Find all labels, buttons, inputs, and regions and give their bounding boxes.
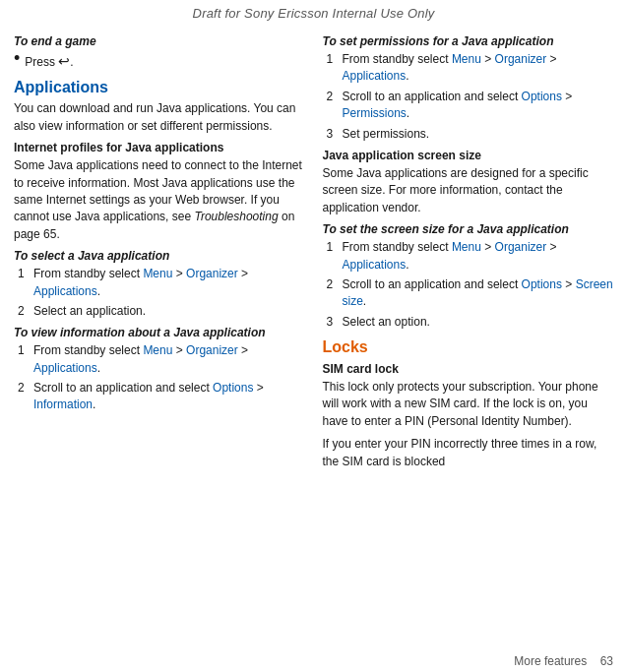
right-column: To set permissions for a Java applicatio… xyxy=(323,25,614,653)
footer: More features 63 xyxy=(0,650,627,672)
set-screen-step-3: 3 Select an option. xyxy=(327,314,614,331)
applications-body: You can download and run Java applicatio… xyxy=(14,100,305,135)
left-column: To end a game • Press ↩. Applications Yo… xyxy=(14,25,305,653)
view-info-heading: To view information about a Java applica… xyxy=(14,326,305,339)
bullet-dot: • xyxy=(14,49,20,67)
select-java-heading: To select a Java application xyxy=(14,249,305,263)
select-java-step-1: 1 From standby select Menu > Organizer >… xyxy=(18,266,305,300)
perm-step-3: 3 Set permissions. xyxy=(327,126,614,143)
set-screen-step-1: 1 From standby select Menu > Organizer >… xyxy=(327,239,614,274)
select-java-step-2: 2 Select an application. xyxy=(18,303,305,320)
sim-card-lock-body2: If you enter your PIN incorrectly three … xyxy=(323,436,614,470)
permissions-steps: 1 From standby select Menu > Organizer >… xyxy=(323,51,614,143)
draft-header: Draft for Sony Ericsson Internal Use Onl… xyxy=(0,0,627,25)
locks-title: Locks xyxy=(323,338,614,356)
view-info-step-1: 1 From standby select Menu > Organizer >… xyxy=(18,342,305,377)
applications-title: Applications xyxy=(14,79,305,96)
end-game-text: Press ↩. xyxy=(25,51,73,71)
sim-card-lock-body: This lock only protects your subscriptio… xyxy=(323,379,614,430)
footer-right: More features 63 xyxy=(514,654,613,668)
view-info-steps: 1 From standby select Menu > Organizer >… xyxy=(14,342,305,414)
screen-size-bold-heading: Java application screen size xyxy=(323,149,614,162)
perm-step-1: 1 From standby select Menu > Organizer >… xyxy=(327,51,614,86)
perm-step-2: 2 Scroll to an application and select Op… xyxy=(327,89,614,123)
view-info-step-2: 2 Scroll to an application and select Op… xyxy=(18,380,305,414)
set-screen-steps: 1 From standby select Menu > Organizer >… xyxy=(323,239,614,331)
end-game-bullet: • Press ↩. xyxy=(14,51,305,71)
screen-size-body: Some Java applications are designed for … xyxy=(323,165,614,216)
sim-card-lock-heading: SIM card lock xyxy=(323,362,614,376)
select-java-steps: 1 From standby select Menu > Organizer >… xyxy=(14,266,305,320)
internet-profiles-heading: Internet profiles for Java applications xyxy=(14,141,305,154)
set-screen-step-2: 2 Scroll to an application and select Op… xyxy=(327,276,614,311)
internet-profiles-body: Some Java applications need to connect t… xyxy=(14,157,305,243)
end-game-heading: To end a game xyxy=(14,34,305,48)
permissions-heading: To set permissions for a Java applicatio… xyxy=(323,34,614,48)
set-screen-heading: To set the screen size for a Java applic… xyxy=(323,222,614,236)
